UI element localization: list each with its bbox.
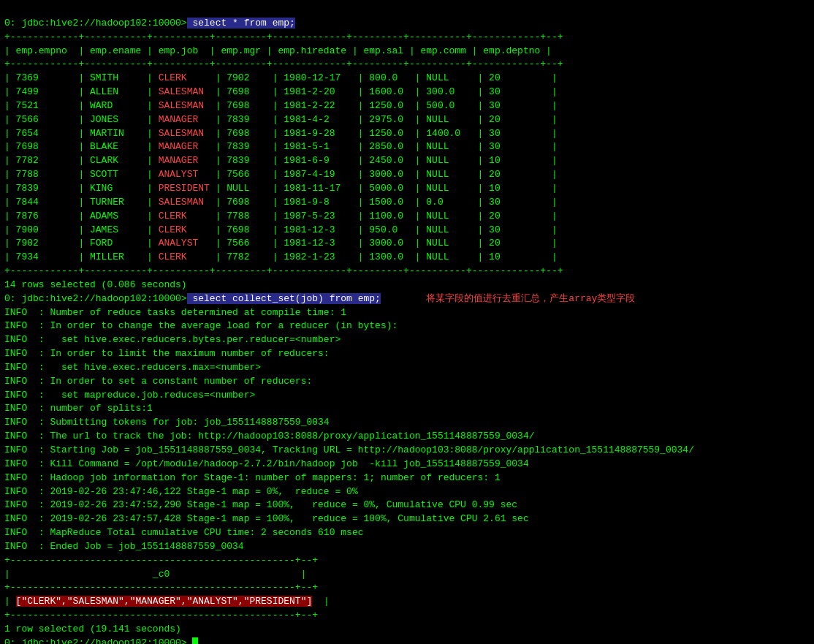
prompt2: 0: jdbc:hive2://hadoop102:10000> — [4, 293, 187, 304]
info-line-3: INFO : set hive.exec.reducers.bytes.per.… — [4, 334, 341, 345]
info-line-18: INFO : Ended Job = job_1551148887559_003… — [4, 541, 244, 552]
info-line-16: INFO : 2019-02-26 23:47:57,428 Stage-1 m… — [4, 513, 529, 524]
table-row: | 7566 | JONES | MANAGER | 7839 | 1981-4… — [4, 114, 558, 125]
prompt-line-2: 0: jdbc:hive2://hadoop102:10000> select … — [4, 293, 635, 304]
info-line-2: INFO : In order to change the average lo… — [4, 320, 398, 331]
table-row: | 7876 | ADAMS | CLERK | 7788 | 1987-5-2… — [4, 211, 558, 221]
table-row: | 7654 | MARTIN | SALESMAN | 7698 | 1981… — [4, 128, 558, 139]
cmd1: select * from emp; — [187, 18, 295, 29]
info-line-9: INFO : Submitting tokens for job: job_15… — [4, 417, 330, 428]
header-sep-top: +------------+-----------+----------+---… — [4, 31, 563, 42]
cursor — [192, 637, 198, 644]
info-line-7: INFO : set mapreduce.job.reduces=<number… — [4, 390, 255, 401]
info-line-15: INFO : 2019-02-26 23:47:52,290 Stage-1 m… — [4, 499, 517, 510]
result-sep1: +---------------------------------------… — [4, 555, 318, 566]
header-sep-bot: +------------+-----------+----------+---… — [4, 58, 563, 69]
table-row: | 7369 | SMITH | CLERK | 7902 | 1980-12-… — [4, 72, 558, 83]
result-value: | ["CLERK","SALESMAN","MANAGER","ANALYST… — [4, 596, 330, 607]
info-line-6: INFO : In order to set a constant number… — [4, 376, 312, 387]
table-row: | 7839 | KING | PRESIDENT | NULL | 1981-… — [4, 183, 558, 194]
table-row: | 7788 | SCOTT | ANALYST | 7566 | 1987-4… — [4, 169, 558, 180]
prompt1: 0: jdbc:hive2://hadoop102:10000> — [4, 18, 187, 29]
col-headers: | emp.empno | emp.ename | emp.job | emp.… — [4, 45, 552, 56]
table-row: | 7499 | ALLEN | SALESMAN | 7698 | 1981-… — [4, 86, 558, 97]
info-line-12: INFO : Kill Command = /opt/module/hadoop… — [4, 458, 529, 469]
info-line-5: INFO : set hive.exec.reducers.max=<numbe… — [4, 362, 261, 373]
table-row: | 7782 | CLARK | MANAGER | 7839 | 1981-6… — [4, 155, 558, 166]
result-header: | _c0 | — [4, 569, 306, 580]
annotation: 将某字段的值进行去重汇总，产生array类型字段 — [426, 293, 635, 304]
info-line-10: INFO : The url to track the job: http://… — [4, 431, 535, 442]
table-row: | 7698 | BLAKE | MANAGER | 7839 | 1981-5… — [4, 141, 558, 152]
result-sep3: +---------------------------------------… — [4, 610, 318, 621]
info-line-1: INFO : Number of reduce tasks determined… — [4, 307, 346, 318]
cmd2: select collect_set(job) from emp; — [187, 293, 381, 304]
info-line-14: INFO : 2019-02-26 23:47:46,122 Stage-1 m… — [4, 486, 358, 497]
prompt-line-1: 0: jdbc:hive2://hadoop102:10000> select … — [4, 18, 295, 29]
info-line-4: INFO : In order to limit the maximum num… — [4, 348, 330, 359]
table-row: | 7934 | MILLER | CLERK | 7782 | 1982-1-… — [4, 251, 558, 262]
info-line-17: INFO : MapReduce Total cumulative CPU ti… — [4, 527, 363, 538]
info-line-8: INFO : number of splits:1 — [4, 403, 153, 414]
prompt-line-3: 0: jdbc:hive2://hadoop102:10000> — [4, 637, 198, 644]
result-sep2: +---------------------------------------… — [4, 582, 318, 593]
table-row: | 7902 | FORD | ANALYST | 7566 | 1981-12… — [4, 238, 558, 249]
terminal: 0: jdbc:hive2://hadoop102:10000> select … — [0, 0, 814, 644]
rows-selected-2: 1 row selected (19.141 seconds) — [4, 624, 181, 634]
rows-selected: 14 rows selected (0.086 seconds) — [4, 279, 187, 290]
info-line-11: INFO : Starting Job = job_1551148887559_… — [4, 444, 694, 455]
table-row: | 7521 | WARD | SALESMAN | 7698 | 1981-2… — [4, 100, 558, 111]
footer-sep: +------------+-----------+----------+---… — [4, 265, 563, 276]
table-row: | 7900 | JAMES | CLERK | 7698 | 1981-12-… — [4, 224, 558, 235]
prompt3: 0: jdbc:hive2://hadoop102:10000> — [4, 637, 187, 644]
table-row: | 7844 | TURNER | SALESMAN | 7698 | 1981… — [4, 197, 558, 208]
info-line-13: INFO : Hadoop job information for Stage-… — [4, 472, 501, 483]
